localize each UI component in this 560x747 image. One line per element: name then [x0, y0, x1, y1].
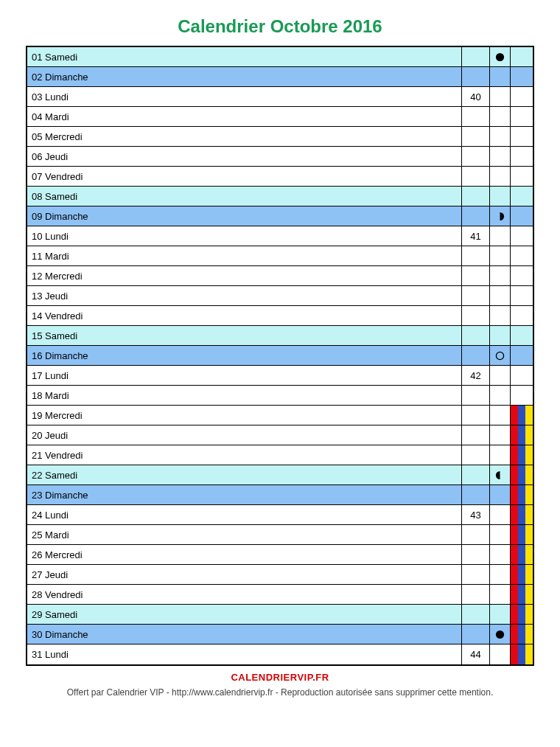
- zone-a: [511, 306, 518, 325]
- moon-phase-icon: [490, 107, 511, 126]
- week-number: [462, 445, 490, 465]
- moon-phase-icon: [490, 425, 511, 445]
- day-label: 19 Mercredi: [27, 406, 462, 425]
- zone-a: [511, 47, 518, 66]
- week-number: 44: [462, 644, 490, 664]
- day-label: 06 Jeudi: [27, 147, 462, 166]
- calendar-row: 28 Vendredi: [27, 585, 533, 605]
- site-link: CALENDRIERVIP.FR: [26, 672, 534, 683]
- calendar-row: 25 Mardi: [27, 525, 533, 545]
- calendar-row: 31 Lundi44: [27, 644, 533, 664]
- calendar-row: 08 Samedi: [27, 187, 533, 206]
- svg-point-1: [496, 352, 503, 359]
- calendar-row: 11 Mardi: [27, 246, 533, 266]
- moon-phase-icon: [490, 226, 511, 246]
- week-number: [462, 286, 490, 305]
- zone-c: [525, 107, 533, 126]
- week-number: [462, 187, 490, 206]
- moon-phase-icon: [490, 585, 511, 604]
- zone-b: [518, 605, 525, 624]
- zone-c: [525, 187, 533, 206]
- zone-a: [511, 525, 518, 544]
- zone-c: [525, 406, 533, 425]
- week-number: [462, 465, 490, 484]
- week-number: [462, 585, 490, 604]
- zone-b: [518, 47, 525, 66]
- day-label: 11 Mardi: [27, 246, 462, 265]
- holiday-zones: [511, 644, 533, 664]
- week-number: [462, 605, 490, 624]
- zone-a: [511, 266, 518, 285]
- moon-phase-icon: [490, 565, 511, 584]
- zone-c: [525, 625, 533, 644]
- holiday-zones: [511, 326, 533, 345]
- moon-phase-icon: [490, 187, 511, 206]
- holiday-zones: [511, 445, 533, 465]
- calendar-row: 26 Mercredi: [27, 545, 533, 565]
- zone-b: [518, 306, 525, 325]
- holiday-zones: [511, 346, 533, 365]
- zone-b: [518, 545, 525, 564]
- week-number: [462, 386, 490, 405]
- moon-phase-icon: [490, 326, 511, 345]
- zone-c: [525, 605, 533, 624]
- zone-a: [511, 485, 518, 504]
- week-number: [462, 545, 490, 564]
- calendar-row: 15 Samedi: [27, 326, 533, 346]
- day-label: 26 Mercredi: [27, 545, 462, 564]
- day-label: 12 Mercredi: [27, 266, 462, 285]
- holiday-zones: [511, 67, 533, 86]
- zone-b: [518, 366, 525, 385]
- week-number: [462, 346, 490, 365]
- zone-a: [511, 605, 518, 624]
- moon-phase-icon: [490, 306, 511, 325]
- zone-a: [511, 386, 518, 405]
- zone-b: [518, 167, 525, 186]
- holiday-zones: [511, 127, 533, 146]
- holiday-zones: [511, 585, 533, 604]
- svg-point-2: [496, 630, 504, 638]
- zone-a: [511, 465, 518, 484]
- holiday-zones: [511, 386, 533, 405]
- zone-a: [511, 286, 518, 305]
- week-number: [462, 525, 490, 544]
- week-number: [462, 565, 490, 584]
- day-label: 10 Lundi: [27, 226, 462, 246]
- day-label: 23 Dimanche: [27, 485, 462, 504]
- moon-phase-icon: [490, 167, 511, 186]
- holiday-zones: [511, 625, 533, 644]
- holiday-zones: [511, 565, 533, 584]
- zone-c: [525, 366, 533, 385]
- holiday-zones: [511, 47, 533, 66]
- holiday-zones: [511, 87, 533, 106]
- calendar-row: 30 Dimanche: [27, 625, 533, 644]
- week-number: [462, 266, 490, 285]
- zone-b: [518, 226, 525, 246]
- zone-a: [511, 127, 518, 146]
- zone-a: [511, 425, 518, 445]
- moon-phase-icon: [490, 465, 511, 484]
- day-label: 03 Lundi: [27, 87, 462, 106]
- holiday-zones: [511, 605, 533, 624]
- holiday-zones: [511, 366, 533, 385]
- zone-b: [518, 445, 525, 465]
- svg-point-0: [496, 52, 504, 60]
- zone-b: [518, 525, 525, 544]
- day-label: 14 Vendredi: [27, 306, 462, 325]
- zone-b: [518, 425, 525, 445]
- holiday-zones: [511, 406, 533, 425]
- holiday-zones: [511, 167, 533, 186]
- zone-c: [525, 545, 533, 564]
- zone-a: [511, 326, 518, 345]
- moon-phase-icon: [490, 525, 511, 544]
- moon-phase-icon: [490, 485, 511, 504]
- zone-c: [525, 346, 533, 365]
- zone-b: [518, 266, 525, 285]
- zone-b: [518, 505, 525, 524]
- moon-phase-icon: [490, 266, 511, 285]
- holiday-zones: [511, 525, 533, 544]
- holiday-zones: [511, 425, 533, 445]
- zone-a: [511, 406, 518, 425]
- moon-phase-icon: [490, 545, 511, 564]
- zone-c: [525, 286, 533, 305]
